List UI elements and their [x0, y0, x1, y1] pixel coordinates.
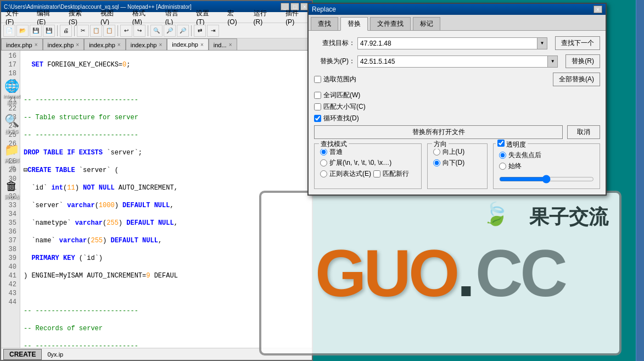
sync-btn[interactable]: ⇄ [194, 25, 206, 37]
cut-btn[interactable]: ✂ [77, 25, 89, 37]
range-label: 选取范围内 [323, 75, 356, 84]
lose-focus-radio-row: 失去焦点后 [499, 151, 595, 160]
folder-label: 网上邻居 [2, 157, 21, 171]
search-icon: 🔍 [4, 114, 19, 128]
transparency-cb[interactable] [497, 140, 505, 147]
menu-edit[interactable]: 编辑(E) [35, 8, 61, 26]
zoom-out-btn[interactable]: 🔎 [177, 25, 189, 37]
tab-0[interactable]: index.php× [1, 38, 43, 51]
dialog-tab-find[interactable]: 查找 [311, 17, 338, 30]
recycle-label: 回收站 [4, 193, 19, 201]
loop-label: 循环查找(D) [323, 114, 359, 123]
tab-close-1[interactable]: × [76, 42, 79, 48]
watermark-inner: 🍃 GUO . CC 果子交流 [259, 191, 621, 356]
search-mode-title: 查找模式 [319, 140, 349, 149]
open-btn[interactable]: 📂 [16, 25, 29, 37]
copy-btn[interactable]: 📋 [90, 25, 102, 37]
dialog-tab-mark[interactable]: 标记 [413, 17, 440, 30]
dialog-tab-filefind[interactable]: 文件查找 [370, 17, 411, 30]
sidebar-internet[interactable]: 🌐 Internet服务 [2, 79, 21, 106]
sidebar-recycle[interactable]: 🗑 回收站 [2, 179, 21, 201]
print-btn[interactable]: 🖨 [60, 25, 72, 37]
code-line-29 [24, 289, 309, 298]
menu-settings[interactable]: 设置(T) [194, 8, 220, 26]
status-bar: CREATE 0yx.ip [1, 348, 312, 360]
sep4 [148, 25, 148, 36]
dialog-tab-replace[interactable]: 替换 [340, 17, 368, 31]
find-next-btn[interactable]: 查找下一个 [555, 36, 600, 50]
transparency-slider[interactable] [499, 175, 595, 184]
new-btn[interactable]: 📄 [3, 25, 15, 37]
internet-icon: 🌐 [4, 79, 19, 93]
code-line-16: SET FOREIGN_KEY_CHECKS=0; [24, 60, 309, 69]
save-all-btn[interactable]: 💾 [43, 25, 55, 37]
menu-language[interactable]: 语言(L) [163, 8, 189, 26]
tab-5[interactable]: ind...× [209, 38, 237, 51]
logo-guo: GUO [315, 235, 457, 311]
always-label: 始终 [508, 162, 522, 171]
internet-label: Internet服务 [3, 93, 20, 106]
menu-plugins[interactable]: 插件(P) [283, 8, 310, 26]
match-newline-cb[interactable] [373, 170, 380, 177]
ln-37: 37 [3, 236, 18, 245]
menu-format[interactable]: 格式(M) [130, 8, 158, 26]
replace-all-btn[interactable]: 全部替换(A) [553, 73, 600, 86]
match-case-cb[interactable] [314, 103, 321, 110]
range-checkbox[interactable] [314, 76, 321, 83]
search-label: 搜索S [5, 128, 18, 135]
replace-btn[interactable]: 替换(R) [565, 54, 600, 68]
find-btn[interactable]: 🔍 [150, 25, 163, 37]
extended-radio[interactable] [320, 159, 327, 166]
regex-radio[interactable] [320, 170, 327, 177]
tab-2[interactable]: index.php× [84, 38, 126, 51]
whole-word-cb[interactable] [314, 92, 321, 99]
ln-35: 35 [3, 219, 18, 227]
normal-radio[interactable] [320, 148, 327, 155]
dialog-close-btn[interactable]: × [593, 5, 602, 13]
tab-close-3[interactable]: × [159, 42, 162, 48]
tab-4[interactable]: index.php× [167, 38, 209, 51]
menu-macro[interactable]: 宏(O) [225, 8, 245, 26]
undo-btn[interactable]: ↩ [120, 25, 132, 37]
find-input[interactable] [357, 37, 537, 49]
replace-all-files-btn[interactable]: 替换所有打开文件 [314, 125, 563, 139]
lose-focus-radio[interactable] [499, 152, 506, 159]
find-dropdown[interactable]: ▼ [537, 37, 547, 49]
code-content[interactable]: SET FOREIGN_KEY_CHECKS=0; -- -----------… [20, 51, 312, 351]
menu-run[interactable]: 运行(R) [251, 8, 278, 26]
replace-dropdown[interactable]: ▼ [548, 55, 558, 68]
replace-input[interactable] [357, 55, 548, 68]
notepad-window: C:\Users\Administrator\Desktop\account_x… [0, 0, 313, 361]
code-line-18: -- -------------------------- [24, 96, 309, 104]
code-line-25: `nametype` varchar(255) DEFAULT NULL, [24, 219, 309, 227]
tab-3[interactable]: index.php× [126, 38, 167, 51]
create-button[interactable]: CREATE [3, 349, 42, 360]
down-radio[interactable] [433, 159, 440, 166]
tab-1[interactable]: index.php× [43, 38, 85, 51]
menu-search[interactable]: 搜索(S) [66, 8, 93, 26]
sidebar-search[interactable]: 🔍 搜索S [2, 114, 21, 135]
sidebar-folder[interactable]: 📁 网上邻居 [2, 143, 21, 171]
always-radio-row: 始终 [499, 162, 595, 171]
loop-cb[interactable] [314, 115, 321, 122]
cancel-btn[interactable]: 取消 [567, 125, 600, 139]
save-btn[interactable]: 💾 [30, 25, 42, 37]
zoom-in-btn[interactable]: 🔎 [164, 25, 176, 37]
code-line-19: -- Table structure for server [24, 113, 309, 122]
tab-close-4[interactable]: × [200, 42, 204, 48]
always-radio[interactable] [499, 163, 506, 170]
recycle-icon: 🗑 [5, 179, 18, 193]
ln-42: 42 [3, 280, 18, 289]
tab-close-2[interactable]: × [117, 42, 121, 48]
redo-btn[interactable]: ↪ [133, 25, 145, 37]
tab-close-0[interactable]: × [35, 42, 38, 48]
paste-btn[interactable]: 📋 [103, 25, 115, 37]
up-radio[interactable] [433, 148, 440, 155]
wrap-btn[interactable]: ⇥ [207, 25, 219, 37]
whole-word-label: 全词匹配(W) [323, 91, 360, 100]
menu-view[interactable]: 视图(V) [98, 8, 125, 26]
regex-label: 正则表达式(E) [329, 169, 371, 179]
tab-close-5[interactable]: × [229, 42, 232, 48]
lose-focus-label: 失去焦点后 [508, 151, 541, 160]
menu-file[interactable]: 文件(F) [3, 8, 29, 26]
